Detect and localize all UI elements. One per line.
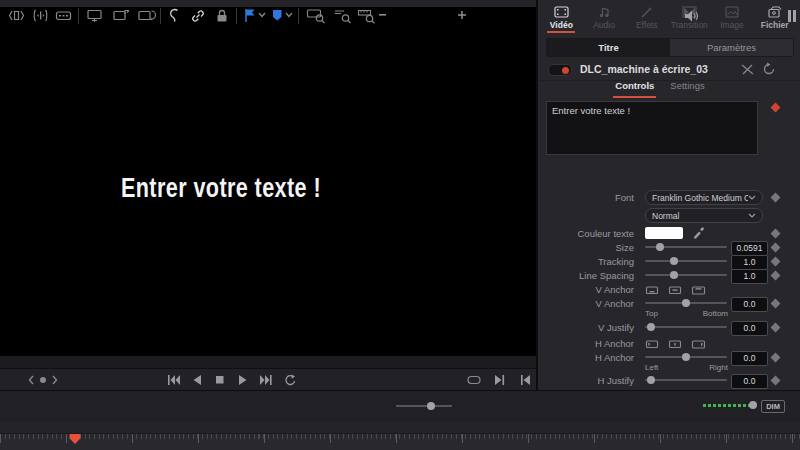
- speaker-icon[interactable]: [684, 9, 699, 23]
- snapping-magnet-icon[interactable]: [167, 8, 181, 24]
- clip-enable-toggle[interactable]: [548, 64, 572, 76]
- h-anchor-icons-label: H Anchor: [538, 338, 634, 349]
- in-out-range-button[interactable]: [467, 374, 481, 386]
- keyframe-bypass-icon[interactable]: [740, 62, 755, 76]
- go-to-first-frame-button[interactable]: [167, 374, 180, 386]
- h-anchor-value[interactable]: 0.0: [731, 351, 768, 366]
- text-color-swatch[interactable]: [645, 227, 683, 239]
- jog-bar[interactable]: [0, 356, 536, 368]
- insert-clip-icon[interactable]: [86, 8, 105, 23]
- h-justify-value[interactable]: 0.0: [731, 374, 768, 389]
- slider-track[interactable]: [645, 379, 727, 381]
- tab-audio[interactable]: Audio: [583, 2, 626, 34]
- font-style-dropdown[interactable]: Normal: [645, 208, 763, 223]
- zoom-in-plus-icon[interactable]: [457, 10, 467, 20]
- music-note-icon: [598, 6, 611, 18]
- inspector-tab-bar: Vidéo Audio Effets Transition: [540, 2, 796, 34]
- marker-chevron-down-icon[interactable]: [285, 12, 293, 18]
- v-justify-label: V Justify: [538, 322, 634, 333]
- timeline-zoom-slider[interactable]: [396, 405, 452, 407]
- v-anchor-bottom-button[interactable]: [691, 285, 706, 295]
- size-slider[interactable]: [645, 243, 727, 251]
- loop-playback-button[interactable]: [283, 374, 297, 386]
- preview-title-text: Entrer votre texte !: [121, 173, 321, 204]
- tab-video[interactable]: Vidéo: [540, 2, 583, 34]
- h-anchor-slider[interactable]: [645, 353, 727, 361]
- timeline-track-strip[interactable]: [0, 422, 800, 434]
- zoom-full-extent-icon[interactable]: [306, 8, 327, 24]
- tab-settings[interactable]: Settings: [670, 80, 704, 97]
- timeline-playhead[interactable]: [69, 433, 81, 445]
- shuttle-control-icon[interactable]: [28, 374, 60, 386]
- slider-handle[interactable]: [656, 243, 664, 251]
- font-family-dropdown[interactable]: Franklin Gothic Medium Cond: [645, 190, 763, 205]
- tab-effets[interactable]: Effets: [625, 2, 668, 34]
- font-label: Font: [538, 192, 634, 203]
- v-anchor-slider[interactable]: [645, 299, 727, 307]
- line-spacing-value[interactable]: 1.0: [731, 269, 768, 284]
- position-lock-icon[interactable]: [215, 8, 229, 24]
- reset-settings-icon[interactable]: [762, 62, 776, 76]
- h-anchor-left-button[interactable]: [645, 339, 660, 349]
- zoom-custom-icon[interactable]: [357, 8, 377, 24]
- overwrite-clip-icon[interactable]: [112, 8, 131, 23]
- slider-track[interactable]: [645, 260, 727, 262]
- h-anchor-center-button[interactable]: [668, 339, 683, 349]
- slider-handle[interactable]: [682, 353, 690, 361]
- h-justify-label: H Justify: [538, 375, 634, 386]
- timeline-zoom-handle[interactable]: [427, 402, 435, 410]
- flag-icon[interactable]: [244, 8, 256, 23]
- slider-handle[interactable]: [682, 299, 690, 307]
- tab-parametres[interactable]: Paramètres: [670, 39, 793, 56]
- tracking-slider[interactable]: [645, 257, 727, 265]
- marker-icon[interactable]: [271, 8, 283, 23]
- trim-edit-mode-icon[interactable]: [8, 8, 25, 23]
- toolbar-separator: [78, 8, 79, 24]
- tab-image[interactable]: Image: [711, 2, 754, 34]
- slider-handle[interactable]: [647, 376, 655, 384]
- zoom-detail-icon[interactable]: [333, 8, 353, 24]
- font-family-value: Franklin Gothic Medium Cond: [652, 193, 748, 203]
- dim-button[interactable]: DIM: [761, 400, 785, 413]
- slider-handle[interactable]: [670, 271, 678, 279]
- slider-handle[interactable]: [670, 257, 678, 265]
- slider-track[interactable]: [645, 326, 727, 328]
- tab-controls[interactable]: Controls: [615, 80, 654, 97]
- zoom-out-minus-icon[interactable]: [378, 13, 387, 17]
- go-to-in-button[interactable]: [520, 374, 531, 386]
- flag-chevron-down-icon[interactable]: [258, 12, 266, 18]
- play-reverse-button[interactable]: [192, 374, 202, 386]
- h-justify-slider[interactable]: [645, 376, 727, 384]
- h-anchor-right-button[interactable]: [691, 339, 706, 349]
- eyedropper-icon[interactable]: [692, 225, 705, 239]
- v-anchor-center-button[interactable]: [668, 285, 683, 295]
- dynamic-trim-mode-icon[interactable]: [32, 8, 49, 23]
- video-preview-canvas[interactable]: Entrer votre texte !: [0, 7, 536, 356]
- v-anchor-icons-label: V Anchor: [538, 284, 634, 295]
- tab-effets-label: Effets: [636, 20, 658, 30]
- tab-titre[interactable]: Titre: [547, 39, 670, 56]
- tab-video-label: Vidéo: [550, 20, 573, 30]
- line-spacing-slider[interactable]: [645, 271, 727, 279]
- title-text-input[interactable]: Entrer votre texte !: [546, 101, 758, 155]
- v-anchor-top-button[interactable]: [645, 285, 660, 295]
- slider-handle[interactable]: [647, 323, 655, 331]
- v-anchor-value[interactable]: 0.0: [731, 297, 768, 312]
- v-justify-slider[interactable]: [645, 323, 727, 331]
- audio-volume-meter[interactable]: [703, 404, 755, 407]
- mixer-bars-icon[interactable]: [787, 9, 797, 23]
- slider-track[interactable]: [645, 274, 727, 276]
- v-anchor-max-label: Bottom: [688, 309, 728, 318]
- go-to-out-button[interactable]: [494, 374, 505, 386]
- razor-blade-icon[interactable]: [55, 8, 72, 23]
- tracking-value[interactable]: 1.0: [731, 255, 768, 270]
- replace-clip-icon[interactable]: [137, 8, 156, 23]
- stop-button[interactable]: [215, 374, 224, 386]
- go-to-last-frame-button[interactable]: [259, 374, 272, 386]
- v-justify-value[interactable]: 0.0: [731, 321, 768, 336]
- link-clips-icon[interactable]: [190, 8, 206, 24]
- audio-volume-handle[interactable]: [749, 401, 757, 409]
- play-button[interactable]: [238, 374, 248, 386]
- size-value[interactable]: 0.0591: [731, 241, 768, 256]
- h-anchor-min-label: Left: [645, 363, 658, 372]
